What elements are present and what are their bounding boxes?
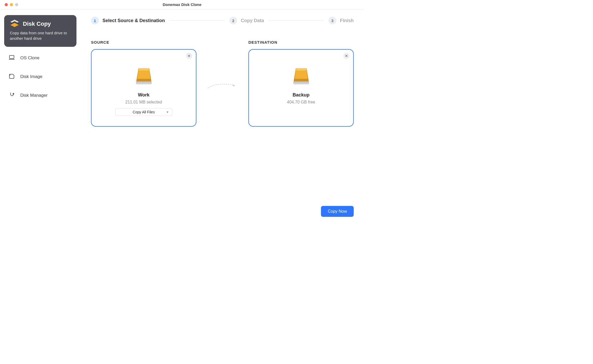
step-label: Copy Data bbox=[241, 18, 264, 23]
destination-clear-button[interactable]: ✕ bbox=[343, 53, 350, 59]
destination-column: DESTINATION ✕ Backup bbox=[248, 40, 354, 127]
source-heading: SOURCE bbox=[91, 40, 196, 44]
select-value: Copy All Files bbox=[133, 110, 155, 114]
close-icon: ✕ bbox=[188, 54, 191, 58]
step-label: Finish bbox=[340, 18, 354, 23]
step-3: 3 Finish bbox=[328, 17, 354, 24]
sidebar: Disk Copy Copy data from one hard drive … bbox=[0, 9, 81, 224]
destination-drive-card[interactable]: ✕ Backup 404.70 GB free bbox=[248, 49, 354, 127]
svg-marker-7 bbox=[139, 69, 149, 70]
svg-marker-10 bbox=[233, 84, 235, 86]
chevron-down-icon: ▼ bbox=[166, 110, 169, 114]
source-drive-name: Work bbox=[138, 92, 150, 98]
step-badge: 1 bbox=[91, 17, 99, 24]
sidebar-item-disk-manager[interactable]: Disk Manager bbox=[4, 88, 76, 103]
sidebar-item-disk-image[interactable]: Disk Image bbox=[4, 69, 76, 84]
step-2: 2 Copy Data bbox=[229, 17, 264, 24]
sidebar-active-title: Disk Copy bbox=[23, 21, 51, 27]
step-divider bbox=[170, 20, 225, 21]
window-close-button[interactable] bbox=[5, 3, 8, 6]
svg-point-4 bbox=[13, 93, 14, 94]
drive-icon bbox=[291, 66, 311, 88]
window-minimize-button[interactable] bbox=[10, 3, 13, 6]
copy-now-button[interactable]: Copy Now bbox=[321, 206, 354, 217]
window-controls bbox=[0, 3, 18, 6]
step-badge: 3 bbox=[328, 17, 336, 24]
transfer-arrow bbox=[204, 81, 241, 90]
disk-manager-icon bbox=[8, 92, 15, 99]
svg-marker-13 bbox=[296, 69, 306, 70]
source-drive-subtitle: 211.01 MB selected bbox=[125, 100, 162, 105]
svg-rect-9 bbox=[137, 82, 151, 83]
window-maximize-button[interactable] bbox=[15, 3, 18, 6]
step-label: Select Source & Destination bbox=[102, 18, 165, 23]
sidebar-item-label: Disk Manager bbox=[20, 93, 48, 98]
source-column: SOURCE ✕ Work bbox=[91, 40, 196, 127]
sidebar-item-label: OS Clone bbox=[20, 55, 40, 61]
source-drive-card[interactable]: ✕ Work 211.01 MB selected bbox=[91, 49, 196, 127]
bottom-actions: Copy Now bbox=[321, 206, 354, 217]
sidebar-item-label: Disk Image bbox=[20, 74, 42, 79]
destination-heading: DESTINATION bbox=[248, 40, 354, 44]
main-panel: 1 Select Source & Destination 2 Copy Dat… bbox=[81, 9, 364, 224]
disk-copy-icon bbox=[10, 20, 19, 28]
close-icon: ✕ bbox=[345, 54, 348, 58]
step-divider bbox=[269, 20, 324, 21]
step-1: 1 Select Source & Destination bbox=[91, 17, 165, 24]
drive-icon bbox=[134, 66, 154, 88]
destination-drive-name: Backup bbox=[293, 92, 310, 98]
stepper: 1 Select Source & Destination 2 Copy Dat… bbox=[91, 17, 354, 24]
svg-rect-15 bbox=[294, 82, 308, 83]
sidebar-item-os-clone[interactable]: OS Clone bbox=[4, 50, 76, 66]
sidebar-item-disk-copy[interactable]: Disk Copy Copy data from one hard drive … bbox=[4, 15, 76, 47]
disk-image-icon bbox=[8, 73, 15, 81]
destination-drive-subtitle: 404.70 GB free bbox=[287, 100, 315, 105]
window-title: Donemax Disk Clone bbox=[163, 2, 201, 7]
svg-rect-3 bbox=[9, 55, 14, 58]
source-clear-button[interactable]: ✕ bbox=[186, 53, 192, 59]
laptop-icon bbox=[8, 54, 15, 62]
copy-mode-select[interactable]: Copy All Files ▼ bbox=[115, 108, 172, 116]
titlebar: Donemax Disk Clone bbox=[0, 0, 364, 9]
step-badge: 2 bbox=[229, 17, 237, 24]
sidebar-active-description: Copy data from one hard drive to another… bbox=[10, 30, 71, 41]
